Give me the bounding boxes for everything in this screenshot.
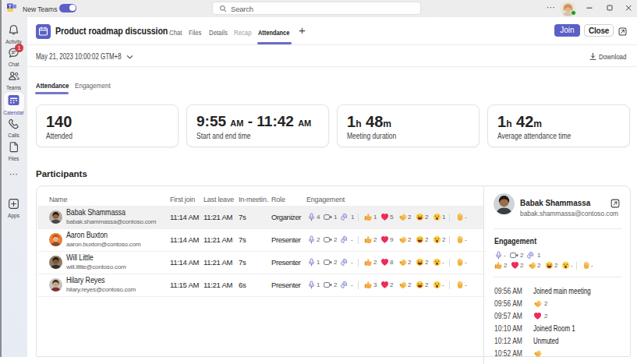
svg-text:T: T	[9, 4, 12, 9]
